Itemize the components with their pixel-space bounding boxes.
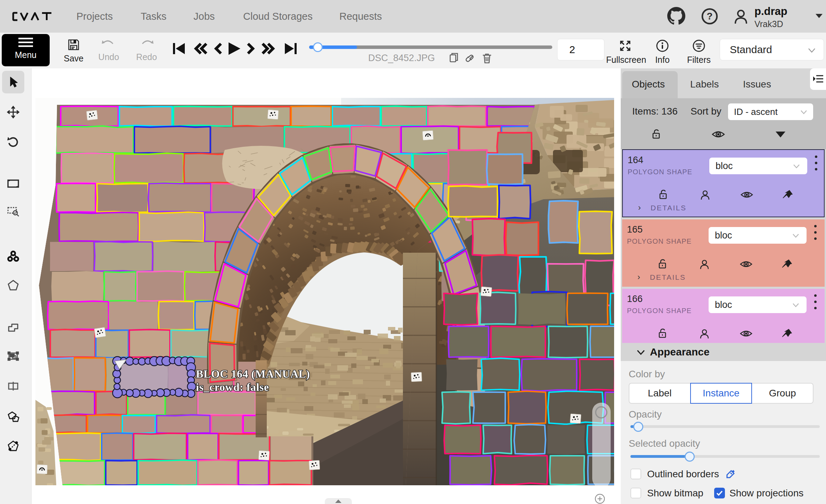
svg-text:BLOC 164 (MANUAL): BLOC 164 (MANUAL) xyxy=(196,368,310,380)
svg-text:?: ? xyxy=(707,11,712,22)
svg-text:is_crowd: false: is_crowd: false xyxy=(196,381,269,393)
